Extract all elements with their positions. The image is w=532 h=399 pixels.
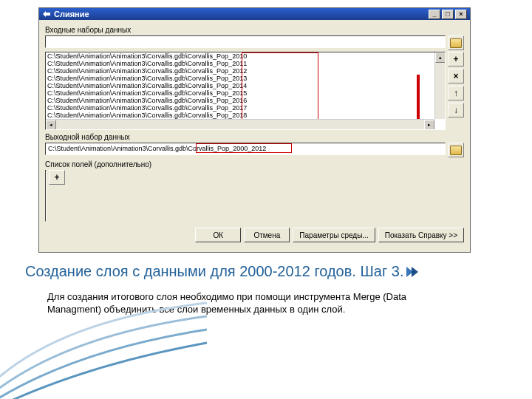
list-item[interactable]: C:\Student\Animation\Animation3\Corvalli… [46, 89, 434, 97]
input-list[interactable]: C:\Student\Animation\Animation3\Corvalli… [45, 52, 446, 130]
list-item[interactable]: C:\Student\Animation\Animation3\Corvalli… [46, 75, 434, 82]
slide-caption: Создание слоя с данными для 2000-2012 го… [25, 263, 505, 316]
output-path-value: C:\Student\Animation\Animation3\Corvalli… [48, 145, 266, 152]
scroll-up-icon[interactable]: ▴ [435, 52, 446, 63]
cancel-button[interactable]: Отмена [244, 228, 290, 242]
input-label: Входные наборы данных [45, 26, 464, 34]
caption-title: Создание слоя с данными для 2000-2012 го… [25, 263, 505, 280]
move-down-button[interactable]: ↓ [448, 103, 464, 117]
scroll-right-icon[interactable]: ▸ [424, 120, 434, 130]
list-item[interactable]: C:\Student\Animation\Animation3\Corvalli… [46, 60, 434, 67]
tool-icon [42, 10, 51, 18]
add-field-button[interactable]: + [49, 170, 65, 185]
ok-button[interactable]: ОК [195, 228, 241, 242]
maximize-button[interactable]: □ [442, 10, 454, 19]
titlebar[interactable]: Слияние _ □ × [39, 8, 470, 20]
merge-dialog: Слияние _ □ × Входные наборы данных C:\S… [38, 7, 471, 253]
v-scrollbar[interactable] [45, 171, 46, 221]
minimize-button[interactable]: _ [429, 10, 440, 19]
scroll-left-icon[interactable]: ◂ [46, 120, 56, 130]
button-bar: ОК Отмена Параметры среды... Показать Сп… [45, 223, 464, 242]
caption-body: Для создания итогового слоя необходимо п… [47, 290, 461, 316]
move-up-button[interactable]: ↑ [448, 86, 464, 100]
list-item[interactable]: C:\Student\Animation\Animation3\Corvalli… [46, 67, 434, 75]
list-item[interactable]: C:\Student\Animation\Animation3\Corvalli… [46, 112, 434, 119]
list-item[interactable]: C:\Student\Animation\Animation3\Corvalli… [46, 97, 434, 104]
browse-input-button[interactable] [448, 35, 464, 50]
remove-button[interactable]: × [448, 69, 464, 83]
chevron-right-icon [408, 267, 418, 277]
list-item[interactable]: C:\Student\Animation\Animation3\Corvalli… [46, 52, 434, 60]
dialog-content: Входные наборы данных C:\Student\Animati… [39, 20, 470, 252]
show-help-button[interactable]: Показать Справку >> [378, 228, 464, 242]
browse-output-button[interactable] [448, 143, 464, 157]
add-button[interactable]: + [448, 52, 464, 66]
environments-button[interactable]: Параметры среды... [293, 228, 375, 242]
h-scrollbar[interactable]: ◂ ▸ [46, 119, 434, 129]
v-scrollbar[interactable]: ▴ [434, 52, 445, 119]
list-item[interactable]: C:\Student\Animation\Animation3\Corvalli… [46, 82, 434, 89]
window-title: Слияние [54, 10, 427, 18]
fieldmap-label: Список полей (дополнительно) [45, 160, 464, 168]
close-button[interactable]: × [455, 10, 467, 19]
list-item[interactable]: C:\Student\Animation\Animation3\Corvalli… [46, 104, 434, 112]
input-combo[interactable] [45, 35, 446, 48]
field-map-tree[interactable]: Date_Time (Text) Population (Short) Shap… [45, 170, 47, 222]
output-path-input[interactable]: C:\Student\Animation\Animation3\Corvalli… [45, 143, 446, 155]
output-label: Выходной набор данных [45, 133, 464, 141]
